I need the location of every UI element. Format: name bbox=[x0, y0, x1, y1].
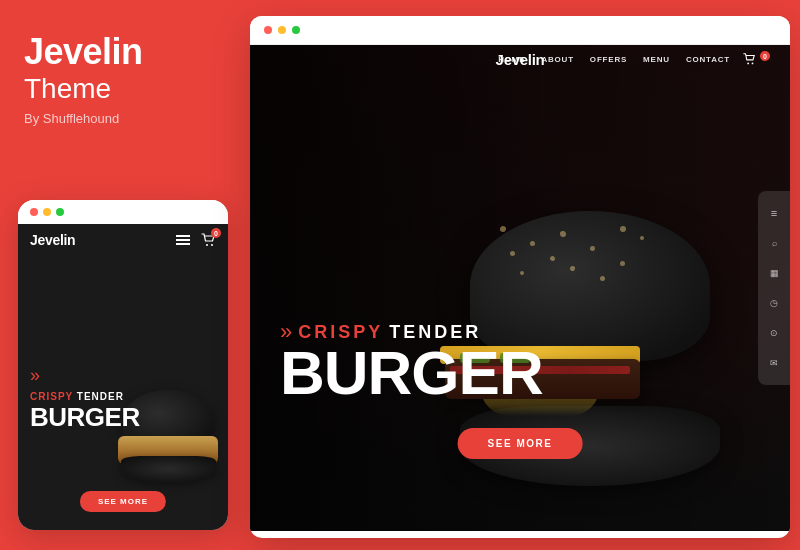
desktop-nav: Jevelin HOME ABOUT OFFERS MENU CONTACT 0 bbox=[250, 45, 790, 73]
sidebar-icon-mail[interactable]: ✉ bbox=[766, 355, 782, 371]
svg-point-3 bbox=[752, 63, 754, 65]
sidebar-icon-user[interactable]: ⊙ bbox=[766, 325, 782, 341]
sidebar-icon-menu[interactable]: ≡ bbox=[766, 205, 782, 221]
desktop-dot-red bbox=[264, 26, 272, 34]
mobile-mockup: Jevelin 0 » CRISPY TENDER bbox=[18, 200, 228, 530]
svg-point-0 bbox=[206, 244, 208, 246]
sidebar-icon-clock[interactable]: ◷ bbox=[766, 295, 782, 311]
dot-yellow bbox=[43, 208, 51, 216]
dot-green bbox=[56, 208, 64, 216]
mobile-tender: TENDER bbox=[73, 391, 124, 402]
mobile-cart: 0 bbox=[200, 232, 216, 248]
cart-badge-num: 0 bbox=[211, 228, 221, 238]
brand-name: Jevelin Theme By Shufflehound bbox=[24, 32, 216, 126]
mobile-content: Jevelin 0 » CRISPY TENDER bbox=[18, 224, 228, 530]
desktop-content: Jevelin HOME ABOUT OFFERS MENU CONTACT 0… bbox=[250, 45, 790, 531]
mobile-header: Jevelin 0 bbox=[18, 224, 228, 256]
brand-title: Jevelin bbox=[24, 32, 216, 72]
nav-offers[interactable]: OFFERS bbox=[590, 55, 627, 64]
mobile-see-more-button[interactable]: SEE MORE bbox=[80, 491, 166, 512]
see-more-button[interactable]: SEE MORE bbox=[458, 428, 583, 459]
desktop-cart[interactable]: 0 bbox=[742, 52, 770, 66]
desktop-hero: » CRISPY TENDER BURGER bbox=[280, 321, 543, 401]
hero-burger: BURGER bbox=[280, 345, 543, 401]
mobile-titlebar bbox=[18, 200, 228, 224]
dot-red bbox=[30, 208, 38, 216]
sidebar-icons: ≡ ⌕ ▦ ◷ ⊙ ✉ bbox=[758, 191, 790, 385]
nav-home[interactable]: HOME bbox=[498, 55, 525, 64]
mobile-logo: Jevelin bbox=[30, 232, 75, 248]
nav-contact[interactable]: CONTACT bbox=[686, 55, 730, 64]
nav-about[interactable]: ABOUT bbox=[541, 55, 573, 64]
sidebar-icon-search[interactable]: ⌕ bbox=[766, 235, 782, 251]
mobile-hero-text: » CRISPY TENDER BURGER bbox=[30, 366, 140, 430]
desktop-mockup: Jevelin HOME ABOUT OFFERS MENU CONTACT 0… bbox=[250, 16, 790, 538]
mobile-nav-icons: 0 bbox=[176, 232, 216, 248]
mobile-arrow-icon: » bbox=[30, 366, 140, 384]
sidebar-icon-grid[interactable]: ▦ bbox=[766, 265, 782, 281]
svg-point-2 bbox=[747, 63, 749, 65]
mobile-burger: BURGER bbox=[30, 404, 140, 430]
desktop-dot-yellow bbox=[278, 26, 286, 34]
svg-point-1 bbox=[211, 244, 213, 246]
desktop-titlebar bbox=[250, 16, 790, 45]
nav-menu[interactable]: MENU bbox=[643, 55, 670, 64]
brand-subtitle: Theme bbox=[24, 72, 216, 106]
mobile-crispy: CRISPY bbox=[30, 391, 73, 402]
nav-links: HOME ABOUT OFFERS MENU CONTACT bbox=[498, 55, 730, 64]
desktop-dot-green bbox=[292, 26, 300, 34]
hamburger-icon bbox=[176, 235, 190, 245]
brand-by: By Shufflehound bbox=[24, 111, 216, 126]
